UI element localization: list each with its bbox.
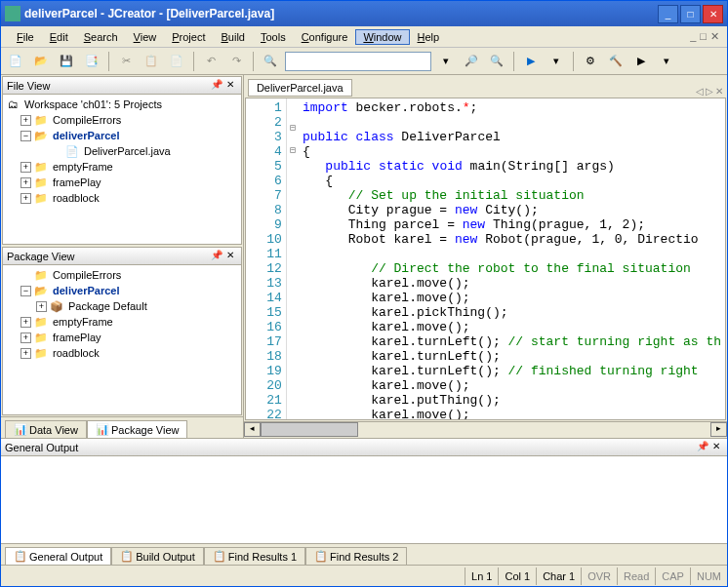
- pin-icon[interactable]: 📌: [210, 79, 223, 93]
- tab-prev-icon[interactable]: ◁: [696, 86, 704, 97]
- tree-item[interactable]: +📁emptyFrame: [5, 159, 239, 175]
- expand-icon[interactable]: −: [20, 286, 31, 296]
- binoculars-icon[interactable]: 🔍: [260, 51, 281, 72]
- redo-button[interactable]: ↷: [225, 51, 247, 72]
- menu-tools[interactable]: Tools: [253, 29, 294, 45]
- tree-item[interactable]: −📂deliverParcel: [5, 128, 239, 143]
- scroll-left-button[interactable]: ◂: [244, 422, 261, 437]
- tree-item[interactable]: 📄DeliverParcel.java: [5, 143, 239, 159]
- paste-button[interactable]: 📄: [166, 51, 187, 72]
- menu-edit[interactable]: Edit: [42, 29, 76, 45]
- expand-icon[interactable]: +: [20, 348, 31, 359]
- editor-tab[interactable]: DeliverParcel.java: [248, 79, 352, 97]
- new-file-button[interactable]: 📄: [5, 51, 26, 72]
- menu-build[interactable]: Build: [214, 29, 253, 45]
- expand-icon[interactable]: +: [20, 333, 31, 343]
- tree-item[interactable]: −📂deliverParcel: [5, 283, 239, 298]
- tree-label: framePlay: [51, 332, 103, 343]
- folder-icon: 📁: [33, 191, 49, 205]
- tree-item[interactable]: +📁framePlay: [5, 330, 239, 345]
- expand-icon[interactable]: +: [20, 162, 31, 173]
- line-number-gutter: 1234567891011121314151617181920212223: [246, 98, 287, 419]
- menu-window[interactable]: Window: [355, 29, 409, 45]
- tree-label: roadblock: [51, 192, 101, 204]
- scroll-thumb[interactable]: [261, 422, 358, 437]
- menu-configure[interactable]: Configure: [294, 29, 356, 45]
- code-content[interactable]: import becker.robots.*; public class Del…: [299, 98, 725, 419]
- scroll-right-button[interactable]: ▸: [710, 422, 727, 437]
- tab-icon: 📋: [14, 550, 27, 563]
- tab-find-results-1[interactable]: 📋Find Results 1: [204, 547, 305, 565]
- save-button[interactable]: 💾: [56, 51, 77, 72]
- tree-label: DeliverParcel.java: [82, 145, 173, 157]
- menu-help[interactable]: Help: [410, 29, 448, 45]
- tree-label: deliverParcel: [51, 130, 122, 141]
- search-dropdown[interactable]: ▾: [435, 51, 457, 72]
- execute-button[interactable]: ▶: [630, 51, 652, 72]
- tree-item[interactable]: 📁CompileErrors: [5, 267, 239, 283]
- file-tree[interactable]: 🗂Workspace 'ch01': 5 Projects+📁CompileEr…: [3, 95, 241, 244]
- tab-data-view[interactable]: 📊Data View: [5, 420, 87, 438]
- find-prev-button[interactable]: 🔍: [486, 51, 507, 72]
- code-editor[interactable]: 1234567891011121314151617181920212223 ⊟ …: [245, 98, 726, 420]
- expand-icon[interactable]: −: [20, 131, 31, 141]
- folder-icon: 📂: [33, 284, 49, 297]
- save-all-button[interactable]: 📑: [81, 51, 102, 72]
- open-button[interactable]: 📂: [30, 51, 52, 72]
- find-next-button[interactable]: 🔎: [461, 51, 482, 72]
- output-body[interactable]: [1, 456, 727, 543]
- pin-icon[interactable]: 📌: [696, 441, 709, 454]
- copy-button[interactable]: 📋: [141, 51, 162, 72]
- tree-item[interactable]: +📦Package Default: [5, 298, 239, 314]
- expand-icon[interactable]: +: [20, 193, 31, 204]
- tree-item[interactable]: +📁roadblock: [5, 190, 239, 206]
- toolbar-dropdown[interactable]: ▾: [656, 51, 677, 72]
- build-button[interactable]: 🔨: [605, 51, 627, 72]
- tab-next-icon[interactable]: ▷: [706, 86, 713, 97]
- tab-build-output[interactable]: 📋Build Output: [111, 547, 204, 565]
- fold-column[interactable]: ⊟ ⊟: [287, 98, 299, 419]
- folder-icon: 📦: [49, 299, 64, 313]
- tree-label: deliverParcel: [51, 285, 122, 296]
- undo-button[interactable]: ↶: [200, 51, 222, 72]
- titlebar[interactable]: deliverParcel - JCreator - [DeliverParce…: [1, 1, 727, 26]
- tree-item[interactable]: +📁emptyFrame: [5, 314, 239, 330]
- expand-icon[interactable]: +: [20, 177, 31, 188]
- folder-icon: 📁: [33, 315, 49, 329]
- menu-view[interactable]: View: [126, 29, 165, 45]
- expand-icon[interactable]: +: [36, 301, 47, 312]
- tab-package-view[interactable]: 📊Package View: [87, 420, 188, 438]
- statusbar: Ln 1 Col 1 Char 1 OVR Read CAP NUM: [1, 565, 727, 586]
- close-panel-icon[interactable]: ✕: [709, 441, 723, 454]
- minimize-button[interactable]: _: [658, 5, 678, 23]
- tree-item[interactable]: +📁framePlay: [5, 175, 239, 190]
- pin-icon[interactable]: 📌: [210, 250, 223, 263]
- menu-search[interactable]: Search: [76, 29, 126, 45]
- tab-find-results-2[interactable]: 📋Find Results 2: [305, 547, 407, 565]
- run-dropdown[interactable]: ▾: [546, 51, 567, 72]
- compile-button[interactable]: ⚙: [580, 51, 601, 72]
- horizontal-scrollbar[interactable]: ◂ ▸: [244, 421, 727, 438]
- expand-icon[interactable]: +: [20, 317, 31, 328]
- close-button[interactable]: ✕: [703, 5, 723, 23]
- tree-item[interactable]: +📁roadblock: [5, 345, 239, 361]
- menu-file[interactable]: File: [9, 29, 42, 45]
- tab-close-icon[interactable]: ✕: [715, 86, 723, 97]
- maximize-button[interactable]: □: [680, 5, 701, 23]
- cut-button[interactable]: ✂: [115, 51, 137, 72]
- tab-general-output[interactable]: 📋General Output: [5, 547, 111, 565]
- file-view-panel: File View 📌 ✕ 🗂Workspace 'ch01': 5 Proje…: [2, 76, 242, 245]
- tree-item[interactable]: +📁CompileErrors: [5, 112, 239, 128]
- run-button[interactable]: ▶: [520, 51, 542, 72]
- expand-icon[interactable]: +: [20, 115, 31, 126]
- search-input[interactable]: [285, 52, 431, 71]
- close-panel-icon[interactable]: ✕: [223, 79, 237, 93]
- close-panel-icon[interactable]: ✕: [223, 250, 237, 263]
- package-tree[interactable]: 📁CompileErrors−📂deliverParcel+📦Package D…: [3, 265, 241, 414]
- tab-icon: 📋: [120, 550, 134, 563]
- menu-project[interactable]: Project: [164, 29, 213, 45]
- folder-icon: 📄: [64, 144, 80, 158]
- mdi-restore-icon[interactable]: □: [700, 30, 707, 43]
- mdi-close-icon[interactable]: ✕: [710, 30, 719, 43]
- mdi-minimize-icon[interactable]: _: [690, 30, 696, 43]
